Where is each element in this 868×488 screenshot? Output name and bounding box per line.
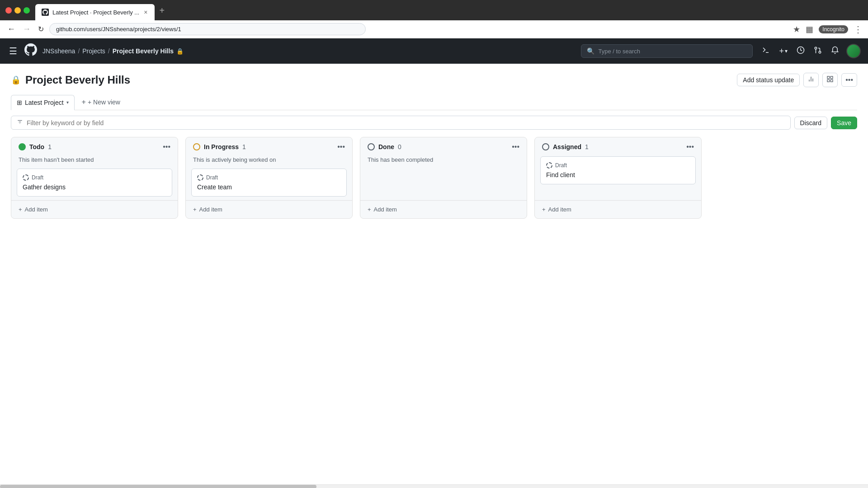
add-item-plus-icon-assigned: + xyxy=(542,206,546,213)
filter-icon xyxy=(17,119,23,127)
status-dot-in-progress xyxy=(193,143,200,150)
add-item-plus-icon-in-progress: + xyxy=(193,206,197,213)
kanban-card-in-progress-0[interactable]: DraftCreate team xyxy=(191,169,347,197)
draft-text-in-progress-0: Draft xyxy=(206,174,218,181)
svg-rect-9 xyxy=(831,76,833,79)
draft-text-todo-0: Draft xyxy=(32,174,43,181)
column-title-assigned: Assigned xyxy=(553,143,581,150)
active-browser-tab[interactable]: Latest Project · Project Beverly ... × xyxy=(35,4,155,20)
add-status-update-button[interactable]: Add status update xyxy=(737,74,800,86)
add-item-plus-icon-todo: + xyxy=(19,206,22,213)
horizontal-scrollbar[interactable] xyxy=(0,484,868,488)
kanban-column-assigned: Assigned1•••DraftFind client+Add item xyxy=(534,137,702,219)
clock-button[interactable] xyxy=(793,43,808,59)
forward-button[interactable]: → xyxy=(21,23,33,36)
more-options-button[interactable]: ••• xyxy=(841,73,857,87)
header-search[interactable]: 🔍 Type / to search xyxy=(581,44,753,58)
search-placeholder: Type / to search xyxy=(598,48,640,55)
window-close-button[interactable] xyxy=(5,7,12,14)
column-count-todo: 1 xyxy=(48,143,52,150)
title-actions: Add status update ••• xyxy=(737,73,857,87)
add-item-button-in-progress[interactable]: +Add item xyxy=(186,200,352,218)
column-header-todo: Todo1••• xyxy=(11,137,178,156)
tab-favicon xyxy=(42,9,49,16)
column-description-done: This has been completed xyxy=(360,156,527,169)
chart-view-button[interactable] xyxy=(803,73,819,87)
plus-icon: + xyxy=(82,98,86,106)
add-item-label-done: Add item xyxy=(374,206,397,213)
column-menu-button-done[interactable]: ••• xyxy=(512,143,519,151)
breadcrumb-lock-icon: 🔒 xyxy=(176,48,184,55)
column-header-in-progress: In Progress1••• xyxy=(186,137,352,156)
column-count-done: 0 xyxy=(398,143,401,150)
add-item-button-assigned[interactable]: +Add item xyxy=(535,200,701,218)
sidebar-toggle-button[interactable]: ☰ xyxy=(7,44,19,58)
filter-input-wrapper xyxy=(11,116,791,130)
address-bar: ← → ↻ ★ ▦ Incognito ⋮ xyxy=(0,20,868,38)
column-menu-button-assigned[interactable]: ••• xyxy=(686,143,694,151)
breadcrumb-user[interactable]: JNSsheena xyxy=(42,47,75,55)
breadcrumb-sep1: / xyxy=(78,47,80,55)
filter-bar: Discard Save xyxy=(11,116,857,130)
kanban-column-done: Done0•••This has been completed+Add item xyxy=(360,137,527,219)
project-title: 🔒 Project Beverly Hills xyxy=(11,74,130,86)
terminal-button[interactable] xyxy=(758,43,774,59)
window-maximize-button[interactable] xyxy=(24,7,30,14)
address-input[interactable] xyxy=(49,23,366,35)
add-item-label-todo: Add item xyxy=(25,206,48,213)
bookmark-button[interactable]: ★ xyxy=(793,24,800,34)
column-title-done: Done xyxy=(378,143,394,150)
column-count-in-progress: 1 xyxy=(242,143,246,150)
refresh-button[interactable]: ↻ xyxy=(36,23,46,35)
kanban-card-todo-0[interactable]: DraftGather designs xyxy=(17,169,172,197)
back-button[interactable]: ← xyxy=(5,23,17,36)
add-item-button-todo[interactable]: +Add item xyxy=(11,200,178,218)
tab-close-button[interactable]: × xyxy=(143,9,148,16)
kanban-card-assigned-0[interactable]: DraftFind client xyxy=(540,156,696,184)
address-bar-right: ★ ▦ Incognito ⋮ xyxy=(793,24,863,35)
column-menu-button-in-progress[interactable]: ••• xyxy=(337,143,345,151)
new-tab-button[interactable]: + xyxy=(155,4,169,18)
column-count-assigned: 1 xyxy=(585,143,589,150)
pr-button[interactable] xyxy=(810,43,826,59)
github-logo xyxy=(24,43,37,59)
window-minimize-button[interactable] xyxy=(14,7,21,14)
github-header: ☰ JNSsheena / Projects / Project Beverly… xyxy=(0,38,868,64)
project-title-row: 🔒 Project Beverly Hills Add status updat… xyxy=(11,73,857,87)
extension-button[interactable]: ▦ xyxy=(806,24,813,34)
new-view-label: + New view xyxy=(88,99,120,106)
scroll-thumb[interactable] xyxy=(0,485,316,488)
tab-label: Latest Project xyxy=(25,99,64,106)
column-cards-done xyxy=(360,169,527,200)
tab-latest-project[interactable]: ⊞ Latest Project ▾ xyxy=(11,95,75,110)
card-draft-label-in-progress-0: Draft xyxy=(197,174,341,181)
breadcrumb-projects[interactable]: Projects xyxy=(82,47,105,55)
draft-text-assigned-0: Draft xyxy=(555,162,567,169)
status-dot-assigned xyxy=(542,143,549,150)
inbox-button[interactable] xyxy=(827,43,843,59)
column-cards-in-progress: DraftCreate team xyxy=(186,169,352,200)
plus-button[interactable]: + ▾ xyxy=(775,44,791,59)
tabs-row: ⊞ Latest Project ▾ + + New view xyxy=(11,94,857,110)
filter-input[interactable] xyxy=(27,119,785,127)
layout-view-button[interactable] xyxy=(822,73,838,87)
svg-point-2 xyxy=(819,51,821,53)
project-title-lock-icon: 🔒 xyxy=(11,75,21,85)
svg-rect-10 xyxy=(827,80,830,82)
kanban-column-in-progress: In Progress1•••This is actively being wo… xyxy=(185,137,353,219)
browser-chrome: Latest Project · Project Beverly ... × + xyxy=(0,0,868,20)
card-title-assigned-0: Find client xyxy=(546,171,690,178)
new-view-button[interactable]: + + New view xyxy=(76,94,126,110)
menu-button[interactable]: ⋮ xyxy=(854,24,863,35)
breadcrumb-sep2: / xyxy=(108,47,110,55)
avatar[interactable] xyxy=(846,44,861,58)
draft-icon-todo-0 xyxy=(23,174,29,181)
save-button[interactable]: Save xyxy=(831,117,857,129)
add-item-button-done[interactable]: +Add item xyxy=(360,200,527,218)
column-cards-assigned: DraftFind client xyxy=(535,156,701,200)
breadcrumb-project-name: Project Beverly Hills xyxy=(113,47,174,55)
discard-button[interactable]: Discard xyxy=(794,117,827,129)
column-title-in-progress: In Progress xyxy=(204,143,239,150)
column-menu-button-todo[interactable]: ••• xyxy=(163,143,170,151)
tab-bar: Latest Project · Project Beverly ... × + xyxy=(35,0,868,20)
